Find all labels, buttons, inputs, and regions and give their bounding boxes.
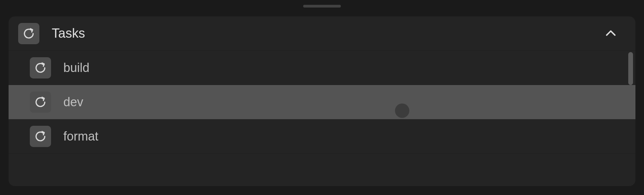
tasks-panel: Tasks build dev <box>9 16 635 186</box>
task-item-format[interactable]: format <box>9 119 635 154</box>
cursor-indicator <box>395 103 409 118</box>
rerun-icon <box>18 23 39 44</box>
scrollbar-thumb[interactable] <box>628 52 633 85</box>
rerun-icon[interactable] <box>30 92 51 113</box>
rerun-icon[interactable] <box>30 126 51 147</box>
tasks-header-title: Tasks <box>52 26 603 41</box>
task-label: format <box>63 129 98 144</box>
chevron-up-icon[interactable] <box>603 25 619 42</box>
tasks-header[interactable]: Tasks <box>9 16 635 51</box>
rerun-icon[interactable] <box>30 57 51 78</box>
task-label: build <box>63 61 89 75</box>
task-label: dev <box>63 95 83 109</box>
task-item-build[interactable]: build <box>9 51 635 85</box>
task-item-dev[interactable]: dev <box>9 85 635 119</box>
window-drag-handle[interactable] <box>303 5 341 8</box>
